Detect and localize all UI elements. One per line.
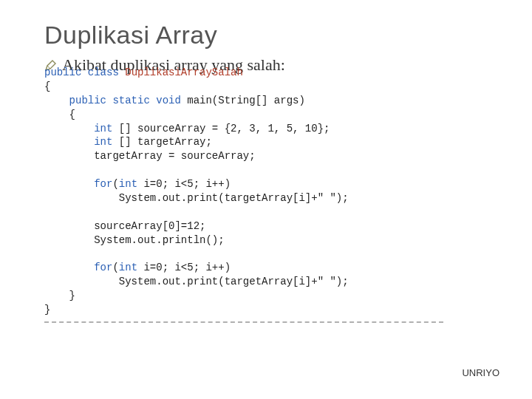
footer-label: UNRIYO — [462, 367, 499, 378]
code-line: sourceArray[0]=12; — [44, 220, 205, 232]
code-line: i=0; i<5; i++) — [137, 262, 231, 273]
code-block: public class DuplikasiArraySalah { publi… — [44, 66, 443, 323]
code-kw: public class — [44, 66, 119, 78]
code-kw: int — [119, 178, 137, 190]
code-line: { — [44, 81, 50, 92]
code-line: System.out.print(targetArray[i]+" "); — [44, 192, 349, 204]
code-kw: int — [119, 262, 137, 273]
code-kw: int — [44, 136, 112, 148]
code-kw: for — [44, 262, 112, 273]
code-line: } — [44, 290, 75, 301]
code-line: { — [44, 109, 75, 120]
code-kw: public static void — [44, 95, 181, 106]
code-line: System.out.print(targetArray[i]+" "); — [44, 276, 349, 287]
code-line: [] targetArray; — [112, 136, 211, 148]
code-kw: for — [44, 178, 112, 190]
code-line: ( — [112, 178, 118, 190]
code-classname: DuplikasiArraySalah — [119, 66, 243, 78]
code-line: [] sourceArray = {2, 3, 1, 5, 10}; — [112, 123, 330, 134]
code-line: main(String[] args) — [181, 95, 305, 106]
code-line: targetArray = sourceArray; — [44, 150, 256, 162]
code-line: i=0; i<5; i++) — [137, 178, 231, 190]
code-line: ( — [112, 262, 118, 273]
code-line: System.out.println(); — [44, 234, 225, 246]
code-line: } — [44, 304, 50, 316]
code-kw: int — [44, 123, 112, 134]
slide-title: Duplikasi Array — [44, 21, 488, 50]
